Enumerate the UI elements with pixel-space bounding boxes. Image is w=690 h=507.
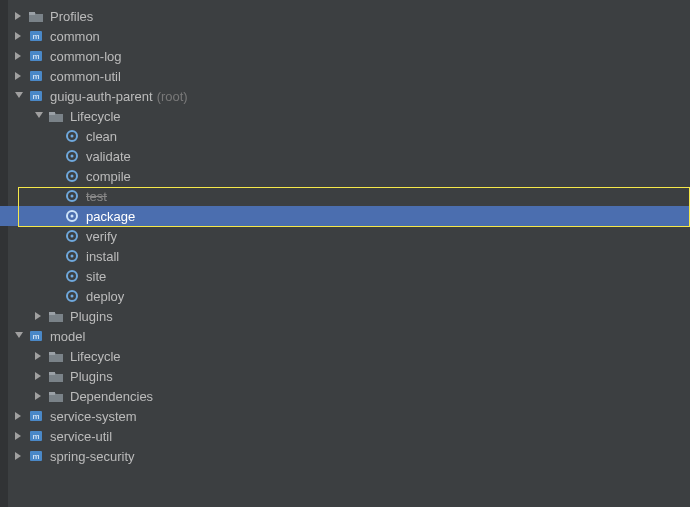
collapse-arrow-icon[interactable]	[14, 451, 24, 461]
gear-icon	[64, 288, 80, 304]
svg-rect-1	[29, 12, 35, 15]
collapse-arrow-icon[interactable]	[34, 311, 44, 321]
svg-rect-44	[49, 392, 55, 395]
gear-icon	[64, 248, 80, 264]
collapse-arrow-icon[interactable]	[14, 51, 24, 61]
tree-item-package[interactable]: package	[0, 206, 690, 226]
tree-label: Lifecycle	[70, 349, 121, 364]
tree-item-common-log[interactable]: m common-log	[0, 46, 690, 66]
collapse-arrow-icon[interactable]	[34, 391, 44, 401]
tree-label: spring-security	[50, 449, 135, 464]
tree-label: site	[86, 269, 106, 284]
svg-marker-36	[15, 332, 23, 338]
tree-item-common-util[interactable]: m common-util	[0, 66, 690, 86]
expand-arrow-icon[interactable]	[34, 111, 44, 121]
maven-module-icon: m	[28, 408, 44, 424]
collapse-arrow-icon[interactable]	[14, 71, 24, 81]
svg-rect-42	[49, 372, 55, 375]
tree-item-deploy[interactable]: deploy	[0, 286, 690, 306]
collapse-arrow-icon[interactable]	[34, 351, 44, 361]
svg-marker-8	[15, 72, 21, 80]
tree-item-guigu-auth-parent[interactable]: m guigu-auth-parent (root)	[0, 86, 690, 106]
gear-icon	[64, 168, 80, 184]
tree-suffix: (root)	[157, 89, 188, 104]
gear-icon	[64, 148, 80, 164]
svg-text:m: m	[33, 432, 40, 441]
tree-item-common[interactable]: m common	[0, 26, 690, 46]
tree-label: package	[86, 209, 135, 224]
tree-item-test[interactable]: test	[0, 186, 690, 206]
tree-label: service-system	[50, 409, 137, 424]
gear-icon	[64, 208, 80, 224]
folder-icon	[28, 8, 44, 24]
svg-point-25	[71, 215, 74, 218]
folder-icon	[48, 368, 64, 384]
tree-item-service-util[interactable]: m service-util	[0, 426, 690, 446]
maven-module-icon: m	[28, 28, 44, 44]
svg-point-17	[71, 135, 74, 138]
svg-marker-0	[15, 12, 21, 20]
tree-label: common	[50, 29, 100, 44]
tree-label: install	[86, 249, 119, 264]
svg-rect-15	[49, 112, 55, 115]
tree-item-profiles[interactable]: Profiles	[0, 6, 690, 26]
expand-arrow-icon[interactable]	[14, 331, 24, 341]
tree-label: verify	[86, 229, 117, 244]
svg-marker-39	[35, 352, 41, 360]
gear-icon	[64, 128, 80, 144]
tree-item-verify[interactable]: verify	[0, 226, 690, 246]
svg-point-27	[71, 235, 74, 238]
svg-point-21	[71, 175, 74, 178]
gear-icon	[64, 188, 80, 204]
svg-rect-40	[49, 352, 55, 355]
tree-item-service-system[interactable]: m service-system	[0, 406, 690, 426]
svg-text:m: m	[33, 92, 40, 101]
folder-icon	[48, 388, 64, 404]
collapse-arrow-icon[interactable]	[14, 31, 24, 41]
svg-point-23	[71, 195, 74, 198]
tree-item-install[interactable]: install	[0, 246, 690, 266]
tree-label: common-log	[50, 49, 122, 64]
tree-item-spring-security[interactable]: m spring-security	[0, 446, 690, 466]
tree-item-lifecycle-2[interactable]: Lifecycle	[0, 346, 690, 366]
tree-item-compile[interactable]: compile	[0, 166, 690, 186]
collapse-arrow-icon[interactable]	[14, 411, 24, 421]
tree-item-clean[interactable]: clean	[0, 126, 690, 146]
tree-label: common-util	[50, 69, 121, 84]
collapse-arrow-icon[interactable]	[34, 371, 44, 381]
tree-label: Plugins	[70, 309, 113, 324]
tree-item-plugins[interactable]: Plugins	[0, 306, 690, 326]
svg-marker-41	[35, 372, 41, 380]
svg-marker-34	[35, 312, 41, 320]
svg-point-29	[71, 255, 74, 258]
tree-item-model[interactable]: m model	[0, 326, 690, 346]
maven-module-icon: m	[28, 48, 44, 64]
maven-module-icon: m	[28, 448, 44, 464]
tree-label: Plugins	[70, 369, 113, 384]
collapse-arrow-icon[interactable]	[14, 431, 24, 441]
folder-icon	[48, 348, 64, 364]
svg-point-31	[71, 275, 74, 278]
tree-label: deploy	[86, 289, 124, 304]
tree-item-validate[interactable]: validate	[0, 146, 690, 166]
tree-label: Dependencies	[70, 389, 153, 404]
tree-label: Profiles	[50, 9, 93, 24]
svg-text:m: m	[33, 32, 40, 41]
collapse-arrow-icon[interactable]	[14, 11, 24, 21]
svg-text:m: m	[33, 52, 40, 61]
tree-label: clean	[86, 129, 117, 144]
svg-point-33	[71, 295, 74, 298]
svg-marker-14	[35, 112, 43, 118]
tree-label: validate	[86, 149, 131, 164]
svg-point-19	[71, 155, 74, 158]
svg-marker-5	[15, 52, 21, 60]
svg-text:m: m	[33, 452, 40, 461]
tree-item-lifecycle[interactable]: Lifecycle	[0, 106, 690, 126]
svg-marker-11	[15, 92, 23, 98]
tree-item-dependencies[interactable]: Dependencies	[0, 386, 690, 406]
tree-item-site[interactable]: site	[0, 266, 690, 286]
svg-marker-2	[15, 32, 21, 40]
expand-arrow-icon[interactable]	[14, 91, 24, 101]
maven-module-icon: m	[28, 88, 44, 104]
tree-item-plugins-2[interactable]: Plugins	[0, 366, 690, 386]
